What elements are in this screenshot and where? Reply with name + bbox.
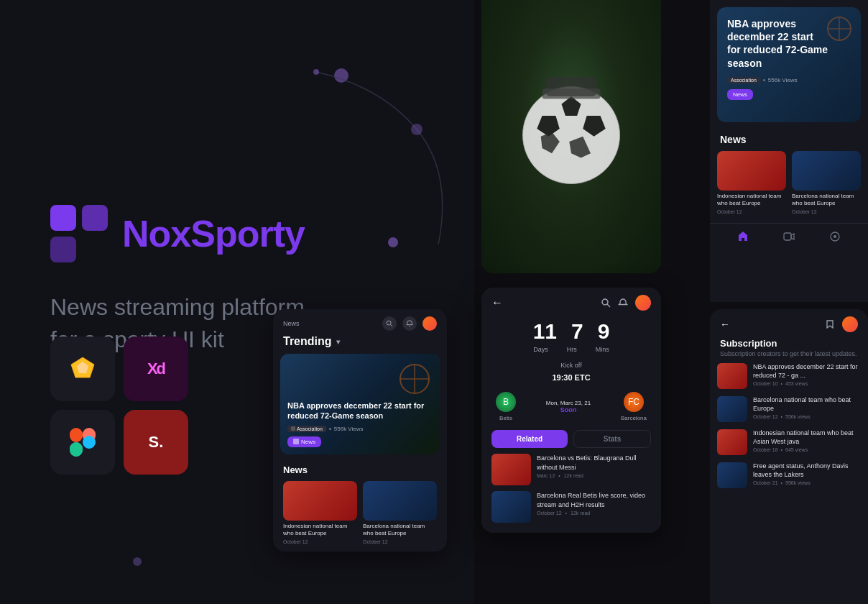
top-nav-icons — [382, 316, 437, 331]
deco-dot-2 — [388, 237, 398, 247]
away-team-logo: FC — [624, 392, 644, 412]
featured-card-title: NBA approves december 22 start for reduc… — [287, 401, 433, 421]
news-card-0[interactable]: Indonesian national team who beat Europe… — [283, 481, 357, 544]
tool-figma — [50, 410, 115, 475]
article-thumb-1 — [491, 491, 531, 523]
trending-heading: Trending ▾ — [273, 334, 447, 354]
svg-line-29 — [607, 304, 610, 307]
sub-nav-icons — [825, 316, 858, 332]
sub-thumb-3 — [717, 462, 747, 488]
deco-dot-3 — [133, 557, 142, 566]
countdown-numbers: 11 7 9 — [491, 319, 651, 344]
svg-point-21 — [387, 321, 391, 325]
sub-item-0[interactable]: NBA approves december 22 start for reduc… — [717, 363, 861, 389]
article-text-0: Barcelona vs Betis: Blaugrana Dull witho… — [537, 454, 651, 478]
stats-tab[interactable]: Stats — [573, 430, 651, 448]
news-section-label-sm: News — [283, 320, 300, 327]
right-news-label: News — [710, 129, 868, 151]
right-news-date-1: October 12 — [792, 209, 861, 214]
svg-line-22 — [391, 325, 393, 327]
right-featured-meta: Association 556k Views — [727, 77, 851, 83]
video-nav-icon[interactable] — [783, 231, 795, 245]
match-nav-icons — [601, 295, 651, 311]
deco-dot-1 — [334, 68, 348, 83]
related-article-0[interactable]: Barcelona vs Betis: Blaugrana Dull witho… — [491, 454, 651, 485]
news-cards-grid: Indonesian national team who beat Europe… — [283, 481, 437, 544]
trending-panel: News Trending ▾ NBA approves december 22… — [273, 309, 447, 552]
trending-chevron[interactable]: ▾ — [336, 338, 340, 346]
away-team: FC Barcelona — [621, 392, 647, 421]
kickoff-info: Kick off 19:30 ETC — [491, 357, 651, 383]
right-news-date-0: October 12 — [717, 209, 786, 214]
right-news-card-0[interactable]: Indonesian national team who beat Europe… — [717, 151, 786, 214]
sub-item-title-0: NBA approves december 22 start for reduc… — [753, 363, 861, 380]
article-text-1: Barcelona Real Betis live score, video s… — [537, 491, 651, 516]
home-team-name: Betis — [499, 415, 512, 421]
sub-back-button[interactable]: ← — [720, 319, 730, 330]
hrs-label: Hrs — [567, 346, 577, 353]
home-nav-icon[interactable] — [737, 231, 749, 245]
right-news-img-0 — [717, 151, 786, 191]
match-panel: ← 11 7 9 Days Hrs Mins Kick off 19:30 ET… — [481, 288, 661, 533]
tool-sketch — [50, 337, 115, 401]
sub-bookmark-icon[interactable] — [825, 319, 835, 329]
right-assoc-badge: Association — [727, 77, 760, 83]
tool-icons-grid: Xd S. — [50, 337, 188, 475]
related-tab[interactable]: Related — [491, 430, 568, 448]
match-status: Soon — [546, 406, 591, 413]
away-team-name: Barcelona — [621, 415, 647, 421]
bell-icon-btn[interactable] — [402, 316, 417, 331]
sub-item-3[interactable]: Free agent status, Anthony Davis leaves … — [717, 462, 861, 488]
association-badge: Association — [287, 426, 326, 432]
related-articles: Barcelona vs Betis: Blaugrana Dull witho… — [481, 454, 661, 523]
news-card-1[interactable]: Barcelona national team who beat Europe … — [363, 481, 437, 544]
mins-label: Mins — [596, 346, 609, 353]
discover-nav-icon[interactable] — [829, 231, 841, 245]
right-news-title-0: Indonesian national team who beat Europe — [717, 193, 786, 208]
right-news-img-1 — [792, 151, 861, 191]
sub-item-title-2: Indonesian national team who beat Asian … — [753, 429, 861, 446]
news-tag-badge: News — [287, 436, 321, 447]
match-user-avatar[interactable] — [635, 295, 651, 311]
related-article-1[interactable]: Barcelona Real Betis live score, video s… — [491, 491, 651, 523]
article-title-1: Barcelona Real Betis live score, video s… — [537, 491, 651, 509]
sub-item-1[interactable]: Barcelona national team who beat Europe … — [717, 396, 861, 422]
days-label: Days — [533, 346, 548, 353]
sub-item-meta-1: October 12 • 556k views — [753, 414, 861, 419]
match-back-button[interactable]: ← — [491, 296, 503, 309]
featured-news-card[interactable]: NBA approves december 22 start for reduc… — [280, 354, 440, 454]
right-card-deco — [825, 14, 854, 46]
svg-rect-1 — [82, 205, 108, 231]
countdown-hrs: 7 — [571, 319, 583, 344]
right-news-card-1[interactable]: Barcelona national team who beat Europe … — [792, 151, 861, 214]
match-bell-icon[interactable] — [618, 298, 628, 308]
svg-point-35 — [834, 235, 836, 238]
match-search-icon[interactable] — [601, 298, 611, 308]
sub-user-avatar[interactable] — [842, 316, 858, 332]
sub-thumb-2 — [717, 429, 747, 455]
svg-rect-0 — [50, 205, 76, 231]
svg-point-8 — [83, 436, 96, 449]
user-avatar-sm[interactable] — [423, 316, 437, 331]
match-tabs: Related Stats — [491, 430, 651, 448]
svg-rect-33 — [784, 233, 791, 240]
sub-thumb-1 — [717, 396, 747, 422]
sub-item-meta-2: October 18 • 645 views — [753, 447, 861, 452]
tool-xd: Xd — [124, 337, 188, 401]
search-icon-btn[interactable] — [382, 316, 397, 331]
app-name: NoxSporty — [122, 212, 305, 255]
trending-top-nav: News — [273, 309, 447, 334]
teams-row: B Betis Mon, Marc 23, 21 Soon FC Barcelo… — [481, 386, 661, 427]
brand-logo-icon — [50, 205, 108, 262]
right-nav-bar — [710, 223, 868, 250]
svg-point-11 — [411, 124, 423, 135]
sub-item-2[interactable]: Indonesian national team who beat Asian … — [717, 429, 861, 455]
right-top-panel: NBA approves december 22 start for reduc… — [710, 0, 868, 302]
news-card-img-1 — [363, 481, 437, 521]
subscription-panel: ← Subscription Subscription creators to … — [710, 309, 868, 604]
svg-rect-27 — [293, 439, 299, 444]
news-card-date-0: October 12 — [283, 539, 357, 544]
soccer-ball-graphic — [507, 58, 636, 187]
right-featured-card[interactable]: NBA approves december 22 start for reduc… — [717, 7, 861, 122]
sub-panel-nav: ← — [710, 309, 868, 335]
